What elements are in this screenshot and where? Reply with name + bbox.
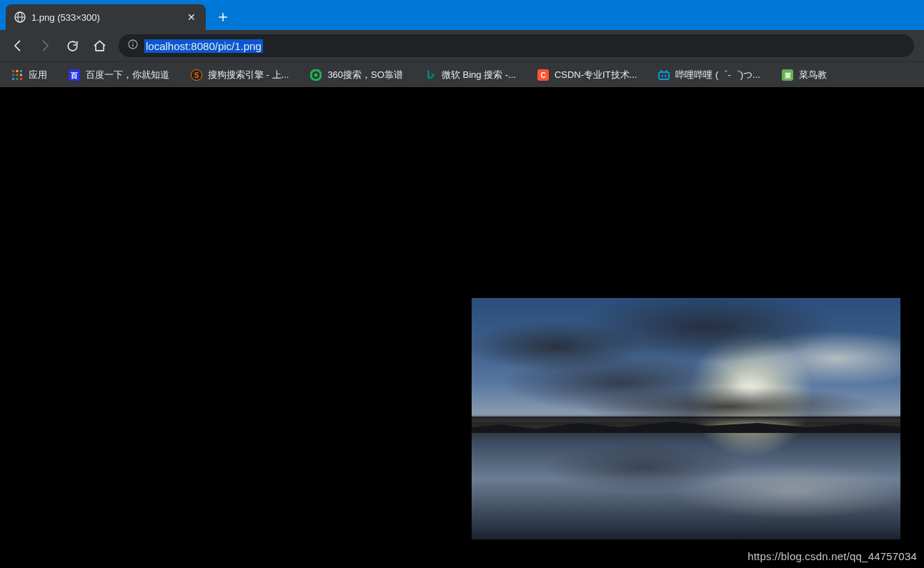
svg-rect-13 bbox=[16, 78, 19, 80]
apps-shortcut[interactable]: 应用 bbox=[7, 66, 51, 84]
watermark-text: https://blog.csdn.net/qq_44757034 bbox=[747, 550, 917, 562]
svg-rect-24 bbox=[662, 74, 663, 77]
svg-text:菜: 菜 bbox=[783, 72, 790, 79]
back-button[interactable] bbox=[6, 34, 30, 58]
new-tab-button[interactable] bbox=[213, 7, 233, 27]
site-info-icon[interactable] bbox=[127, 39, 139, 53]
bookmark-baidu[interactable]: 百 百度一下，你就知道 bbox=[64, 66, 174, 84]
svg-rect-25 bbox=[665, 74, 667, 77]
svg-rect-5 bbox=[132, 44, 133, 46]
svg-text:S: S bbox=[194, 71, 199, 79]
svg-rect-8 bbox=[20, 70, 22, 72]
sogou-icon: S bbox=[191, 69, 202, 81]
bookmark-runoob[interactable]: 菜 菜鸟教 bbox=[778, 66, 831, 84]
bookmark-label: 百度一下，你就知道 bbox=[86, 69, 169, 81]
reload-button[interactable] bbox=[60, 34, 84, 58]
svg-rect-7 bbox=[16, 70, 19, 72]
page-content: https://blog.csdn.net/qq_44757034 bbox=[0, 87, 924, 568]
url-text[interactable]: localhost:8080/pic/1.png bbox=[144, 39, 263, 53]
svg-point-4 bbox=[132, 42, 134, 44]
bookmark-label: 菜鸟教 bbox=[799, 69, 827, 81]
svg-rect-6 bbox=[12, 70, 14, 72]
bing-icon bbox=[424, 69, 436, 81]
360-icon bbox=[310, 69, 322, 81]
bookmark-bar: 应用 百 百度一下，你就知道 S 搜狗搜索引擎 - 上... 360搜索，SO靠… bbox=[0, 61, 924, 87]
displayed-image[interactable] bbox=[472, 298, 900, 539]
apps-label: 应用 bbox=[29, 69, 47, 81]
tab-title: 1.png (533×300) bbox=[31, 12, 180, 23]
bookmark-label: 哔哩哔哩 (゜-゜)つ... bbox=[675, 69, 760, 81]
bookmark-bing[interactable]: 微软 Bing 搜索 -... bbox=[420, 66, 520, 84]
svg-rect-23 bbox=[659, 72, 669, 79]
globe-icon bbox=[14, 11, 26, 23]
bookmark-360[interactable]: 360搜索，SO靠谱 bbox=[306, 66, 407, 84]
bookmark-label: 微软 Bing 搜索 -... bbox=[442, 69, 516, 81]
home-button[interactable] bbox=[87, 34, 111, 58]
svg-rect-11 bbox=[20, 74, 22, 76]
bilibili-icon bbox=[658, 69, 670, 81]
tab-strip: 1.png (533×300) ✕ bbox=[0, 0, 924, 30]
apps-icon bbox=[11, 69, 23, 81]
toolbar: localhost:8080/pic/1.png bbox=[0, 30, 924, 61]
svg-rect-12 bbox=[12, 78, 14, 80]
bookmark-sogou[interactable]: S 搜狗搜索引擎 - 上... bbox=[187, 66, 293, 84]
svg-text:C: C bbox=[540, 71, 545, 79]
svg-rect-10 bbox=[16, 74, 19, 76]
browser-tab[interactable]: 1.png (533×300) ✕ bbox=[6, 4, 206, 30]
address-bar[interactable]: localhost:8080/pic/1.png bbox=[119, 34, 914, 57]
bookmark-label: CSDN-专业IT技术... bbox=[555, 69, 637, 81]
svg-text:百: 百 bbox=[70, 71, 78, 79]
svg-point-20 bbox=[314, 73, 318, 76]
runoob-icon: 菜 bbox=[782, 69, 793, 81]
csdn-icon: C bbox=[537, 69, 549, 81]
bookmark-label: 搜狗搜索引擎 - 上... bbox=[208, 69, 289, 81]
forward-button[interactable] bbox=[33, 34, 57, 58]
bookmark-bilibili[interactable]: 哔哩哔哩 (゜-゜)つ... bbox=[654, 66, 764, 84]
baidu-icon: 百 bbox=[69, 69, 80, 81]
svg-rect-9 bbox=[12, 74, 14, 76]
close-icon[interactable]: ✕ bbox=[186, 11, 197, 23]
bookmark-csdn[interactable]: C CSDN-专业IT技术... bbox=[533, 66, 642, 84]
bookmark-label: 360搜索，SO靠谱 bbox=[327, 69, 402, 81]
svg-rect-14 bbox=[20, 78, 22, 80]
